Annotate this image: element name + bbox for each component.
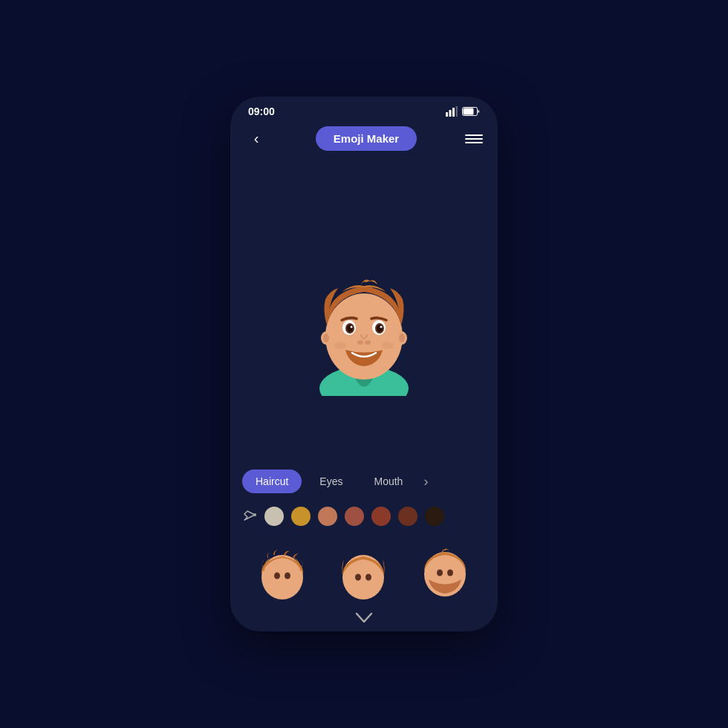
color-swatch-5[interactable]	[398, 507, 417, 526]
color-swatch-2[interactable]	[318, 507, 337, 526]
signal-icon	[446, 106, 458, 117]
svg-point-27	[274, 572, 280, 579]
menu-line-3	[465, 142, 483, 143]
status-icons	[446, 106, 480, 117]
svg-point-34	[447, 569, 453, 576]
tabs-row: Haircut Eyes Mouth ›	[242, 469, 486, 493]
svg-point-33	[437, 569, 443, 576]
color-swatch-6[interactable]	[425, 507, 444, 526]
svg-rect-5	[464, 108, 474, 115]
hairstyle-option-2[interactable]	[331, 536, 397, 603]
svg-point-16	[351, 325, 353, 328]
svg-point-30	[355, 573, 361, 580]
tabs-section: Haircut Eyes Mouth ›	[230, 469, 498, 499]
menu-button[interactable]	[465, 134, 483, 143]
color-swatch-1[interactable]	[291, 507, 311, 526]
tab-eyes[interactable]: Eyes	[306, 469, 356, 493]
svg-point-31	[365, 573, 371, 580]
battery-icon	[462, 107, 480, 116]
svg-point-8	[325, 293, 403, 380]
svg-point-20	[380, 325, 383, 328]
tabs-chevron[interactable]: ›	[423, 474, 428, 490]
svg-point-15	[347, 325, 353, 332]
hairstyle-option-1[interactable]	[250, 536, 316, 603]
header-title: Emoji Maker	[316, 126, 417, 151]
svg-rect-2	[452, 108, 455, 117]
menu-line-1	[465, 134, 483, 136]
avatar-illustration	[290, 233, 438, 396]
svg-point-29	[342, 555, 384, 599]
status-bar: 09:00	[230, 97, 498, 122]
svg-point-28	[285, 572, 290, 579]
svg-point-10	[323, 334, 329, 342]
svg-point-12	[399, 334, 405, 342]
svg-point-26	[261, 555, 303, 599]
header: ‹ Emoji Maker	[230, 122, 498, 158]
hairstyles-row	[230, 533, 498, 608]
svg-point-25	[253, 513, 256, 516]
svg-rect-3	[456, 106, 458, 117]
avatar-area	[230, 158, 498, 469]
menu-line-2	[465, 138, 483, 140]
color-swatch-4[interactable]	[371, 507, 391, 526]
tab-mouth[interactable]: Mouth	[360, 469, 416, 493]
svg-rect-0	[446, 112, 448, 117]
svg-point-19	[377, 325, 383, 332]
phone-frame: 09:00 ‹ Emoji Maker	[230, 97, 498, 631]
svg-point-22	[365, 340, 371, 345]
tab-haircut[interactable]: Haircut	[242, 469, 302, 493]
back-button[interactable]: ‹	[245, 130, 267, 147]
hairstyle-option-3[interactable]	[412, 536, 478, 603]
svg-point-21	[357, 340, 363, 345]
color-swatch-0[interactable]	[264, 507, 284, 526]
status-time: 09:00	[248, 105, 275, 117]
svg-point-23	[334, 342, 346, 349]
bottom-arrow[interactable]	[230, 608, 498, 631]
color-swatch-3[interactable]	[345, 507, 364, 526]
colors-row	[230, 499, 498, 533]
svg-point-24	[382, 342, 394, 349]
svg-rect-1	[449, 110, 452, 117]
color-picker-icon[interactable]	[242, 507, 257, 526]
